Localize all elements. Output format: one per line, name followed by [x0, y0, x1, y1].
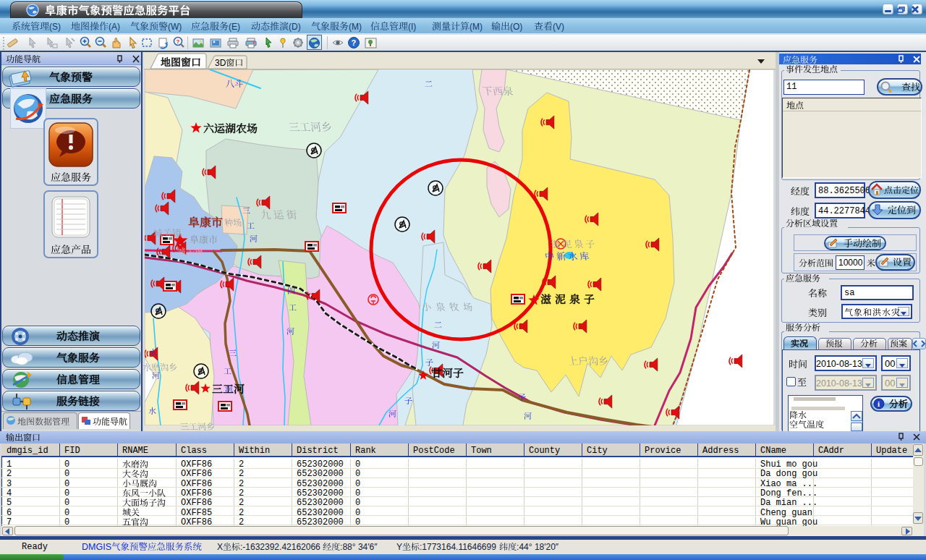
svg-text:?: ?: [352, 38, 357, 47]
svg-text:?: ?: [177, 38, 180, 45]
svg-text:i: i: [878, 399, 880, 408]
